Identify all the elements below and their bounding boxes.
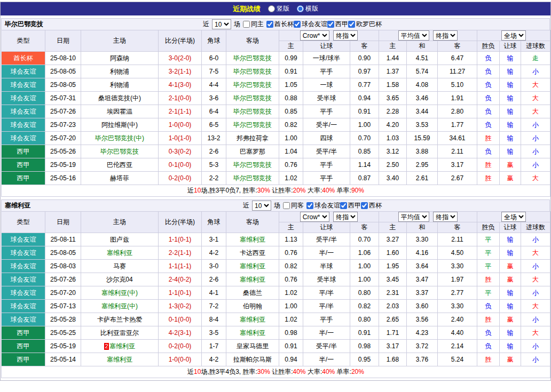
league-filter-label: 欧罗巴杯 bbox=[356, 20, 382, 29]
home-team: 卡萨布兰卡热爱 bbox=[81, 313, 159, 326]
team-name[interactable]: 毕尔巴鄂竞技 bbox=[233, 54, 272, 62]
league-filter[interactable]: 欧罗巴杯 bbox=[348, 20, 382, 29]
team-name[interactable]: 巴伦西亚 bbox=[107, 161, 132, 169]
team-name[interactable]: 马赛 bbox=[113, 262, 126, 270]
league-filter-checkbox[interactable] bbox=[348, 21, 355, 28]
league-filter[interactable]: 球会友谊 bbox=[306, 201, 340, 210]
same-venue-checkbox[interactable] bbox=[283, 202, 290, 209]
team-name[interactable]: 毕尔巴鄂竞技 bbox=[233, 121, 272, 129]
team-name[interactable]: 塞维利亚 bbox=[109, 342, 135, 350]
team-name[interactable]: 塞维利亚 bbox=[240, 236, 265, 243]
team-name[interactable]: 毕尔巴鄂竞技 bbox=[233, 174, 272, 182]
summary-text: 大率: bbox=[306, 187, 322, 194]
team-name[interactable]: 毕尔巴鄂竞技 bbox=[233, 94, 272, 102]
team-name[interactable]: 毕尔巴鄂竞技 bbox=[233, 108, 272, 115]
match-score: 4-1(3-0) bbox=[159, 78, 202, 92]
match-row: 球会友谊25-08-11图卢兹1-1(0-1)3-1塞维利亚1.13受平/半0.… bbox=[2, 233, 550, 246]
team-name[interactable]: 卡萨布兰卡热爱 bbox=[97, 316, 142, 323]
league-filter[interactable]: 西杯 bbox=[361, 201, 382, 210]
team-name[interactable]: 图卢兹 bbox=[110, 236, 129, 243]
same-venue-checkbox[interactable] bbox=[243, 21, 250, 28]
team-name[interactable]: 埃因霍温 bbox=[107, 108, 132, 115]
handicap-odds-stage-select[interactable]: 终指 bbox=[333, 212, 358, 222]
period-select[interactable]: 全场 bbox=[501, 212, 526, 222]
team-name[interactable]: 塞维利亚 bbox=[240, 329, 265, 337]
team-name[interactable]: 利物浦 bbox=[110, 68, 129, 75]
team-name[interactable]: 毕尔巴鄂竞技 bbox=[233, 161, 272, 169]
team-name[interactable]: 毕尔巴鄂竞技 bbox=[233, 81, 272, 89]
team-name[interactable]: 塞维利亚 bbox=[240, 316, 265, 323]
summary-text: 让胜率: bbox=[270, 368, 293, 375]
result-goals: 小 bbox=[521, 340, 550, 353]
league-filter-checkbox[interactable] bbox=[306, 202, 313, 209]
team-name[interactable]: 邦弗拉荷拿 bbox=[237, 134, 269, 142]
layout-option-horizontal[interactable]: 横版 bbox=[297, 4, 318, 13]
league-filter-checkbox[interactable] bbox=[361, 202, 368, 209]
handicap-odds-stage-select[interactable]: 终指 bbox=[333, 30, 358, 41]
team-name[interactable]: 毕尔巴鄂竞技 bbox=[233, 68, 272, 75]
layout-option-vertical[interactable]: 竖版 bbox=[268, 4, 289, 13]
league-filter-checkbox[interactable] bbox=[266, 21, 273, 28]
team-name[interactable]: 桑德兰 bbox=[243, 289, 262, 297]
match-count-select[interactable]: 10 bbox=[252, 201, 271, 211]
team-name[interactable]: 阿拉维斯(中) bbox=[101, 121, 138, 129]
team-name[interactable]: 塞维利亚 bbox=[240, 276, 265, 283]
result-wdl: 胜 bbox=[477, 158, 500, 172]
col-type: 类型 bbox=[2, 30, 45, 52]
team-name[interactable]: 皇家马德里 bbox=[237, 342, 269, 350]
team-name[interactable]: 利物浦 bbox=[110, 81, 129, 89]
team-name[interactable]: 塞维利亚 bbox=[240, 262, 265, 270]
bookmaker-select[interactable]: Crow* bbox=[300, 212, 329, 222]
bookmaker-select[interactable]: Crow* bbox=[300, 30, 329, 41]
avg-odds-draw: 3.53 bbox=[407, 118, 438, 132]
same-venue-filter[interactable]: 同客 bbox=[283, 201, 304, 210]
vertical-layout-radio[interactable] bbox=[268, 5, 275, 12]
avg-odds-select[interactable]: 平均值 bbox=[398, 30, 429, 41]
league-badge: 球会友谊 bbox=[2, 78, 45, 92]
league-filter[interactable]: 西甲 bbox=[327, 20, 348, 29]
same-venue-filter[interactable]: 同主 bbox=[243, 20, 264, 29]
horizontal-layout-radio[interactable] bbox=[297, 5, 304, 12]
handicap-odds-away: 1.06 bbox=[350, 246, 379, 260]
team-name[interactable]: 拉斯帕尔马斯 bbox=[233, 356, 272, 363]
team-name[interactable]: 阿森纳 bbox=[110, 54, 129, 62]
period-select[interactable]: 全场 bbox=[501, 30, 526, 41]
league-filter[interactable]: 西甲 bbox=[340, 201, 361, 210]
europe-odds-stage-select[interactable]: 终指 bbox=[433, 30, 458, 41]
team-name[interactable]: 沙尔克04 bbox=[106, 276, 132, 283]
team-name[interactable]: 桑坦德竞技(中) bbox=[98, 94, 141, 102]
games-label: 场 bbox=[234, 20, 240, 29]
team-name[interactable]: 巴塞罗那 bbox=[240, 148, 265, 155]
avg-odds-select[interactable]: 平均值 bbox=[398, 212, 429, 222]
match-date: 25-08-05 bbox=[45, 78, 81, 92]
team-name[interactable]: 塞维利亚 bbox=[107, 249, 132, 257]
europe-odds-stage-select[interactable]: 终指 bbox=[433, 212, 458, 222]
league-filter-checkbox[interactable] bbox=[327, 21, 334, 28]
handicap-odds-home: 0.76 bbox=[279, 273, 303, 286]
league-filter-checkbox[interactable] bbox=[294, 21, 301, 28]
team-name[interactable]: 伯明翰 bbox=[243, 302, 262, 310]
team-name[interactable]: 塞维利亚 bbox=[107, 356, 132, 363]
league-filter-checkbox[interactable] bbox=[340, 202, 347, 209]
handicap-line: 受平/半 bbox=[303, 340, 350, 353]
match-count-select[interactable]: 10 bbox=[212, 19, 231, 29]
match-score: 1-1(0-1) bbox=[159, 286, 202, 300]
result-goals: 大 bbox=[521, 300, 550, 313]
away-team: 卡达西亚 bbox=[226, 246, 279, 260]
team-name[interactable]: 毕尔巴鄂竞技(中) bbox=[95, 134, 144, 142]
league-filter[interactable]: 酋长杯 bbox=[266, 20, 294, 29]
team-name[interactable]: 卡达西亚 bbox=[240, 249, 265, 257]
avg-odds-home: 1.37 bbox=[379, 65, 407, 78]
result-handicap: 赢 bbox=[500, 313, 521, 326]
match-date: 25-07-20 bbox=[45, 286, 81, 300]
result-wdl: 胜 bbox=[477, 273, 500, 286]
away-team: 邦弗拉荷拿 bbox=[226, 132, 279, 145]
games-label: 场 bbox=[274, 201, 280, 210]
team-name[interactable]: 塞维利亚(中) bbox=[101, 302, 138, 310]
team-name[interactable]: 比利亚雷亚尔 bbox=[100, 329, 139, 337]
team-name[interactable]: 毕尔巴鄂竞技 bbox=[100, 148, 139, 155]
league-filter[interactable]: 球会友谊 bbox=[294, 20, 327, 29]
team-name[interactable]: 赫塔菲 bbox=[110, 174, 129, 182]
col-avg-home: 主 bbox=[379, 41, 407, 52]
team-name[interactable]: 塞维利亚(中) bbox=[101, 289, 138, 297]
